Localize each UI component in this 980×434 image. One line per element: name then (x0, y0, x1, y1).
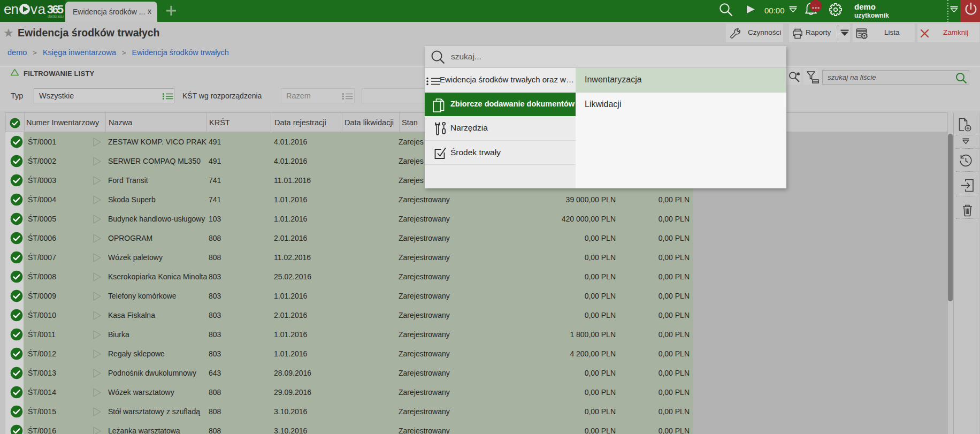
svg-text:dla biznesu: dla biznesu (48, 14, 64, 19)
svg-text:en: en (4, 1, 19, 17)
svg-text:va: va (30, 1, 46, 17)
